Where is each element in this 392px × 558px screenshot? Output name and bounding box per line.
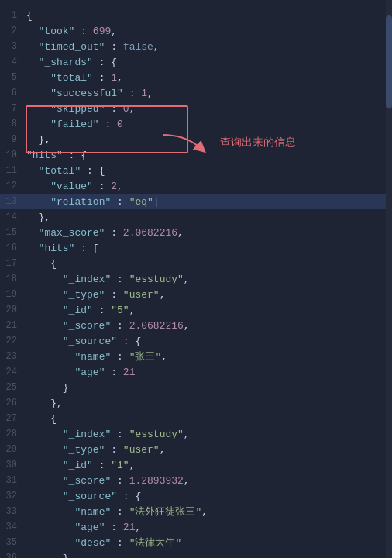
line-content: "value" : 2, <box>23 181 392 192</box>
line-number: 2 <box>0 26 23 36</box>
line-content: "_index" : "esstudy", <box>23 429 392 440</box>
line-content: "_type" : "user", <box>23 444 392 456</box>
annotation-text: 查询出来的信息 <box>220 136 296 150</box>
line-number: 7 <box>0 103 23 114</box>
line: 35 "desc" : "法律大牛" <box>0 535 392 550</box>
line-number: 8 <box>0 119 23 129</box>
line: 6 "successful" : 1, <box>0 85 392 101</box>
line: 31 "_score" : 1.2893932, <box>0 473 392 488</box>
line-content: "total" : 1, <box>23 72 392 84</box>
line-number: 9 <box>0 134 23 145</box>
line-number: 17 <box>0 258 23 269</box>
line-content: "age" : 21, <box>23 522 392 533</box>
line: 15 "max_score" : 2.0682216, <box>0 225 392 240</box>
line-content: "_id" : "1", <box>23 460 392 471</box>
line-number: 35 <box>0 537 23 548</box>
annotation-arrow <box>155 127 217 158</box>
line-content: "took" : 699, <box>23 26 392 37</box>
line-content: "_score" : 2.0682216, <box>23 320 392 332</box>
line-content: "successful" : 1, <box>23 88 392 99</box>
line: 23 "name" : "张三", <box>0 349 392 364</box>
line: 12 "value" : 2, <box>0 178 392 194</box>
line: 4 "_shards" : { <box>0 54 392 70</box>
line: 32 "_source" : { <box>0 488 392 504</box>
scrollbar-thumb[interactable] <box>386 16 392 108</box>
line-number: 28 <box>0 429 23 439</box>
line-number: 4 <box>0 57 23 67</box>
line: 17 { <box>0 256 392 271</box>
line: 34 "age" : 21, <box>0 519 392 535</box>
line-number: 22 <box>0 336 23 346</box>
line: 2 "took" : 699, <box>0 23 392 39</box>
line-content: "hits" : [ <box>23 243 392 254</box>
line: 13 "relation" : "eq"| <box>0 194 392 209</box>
line-content: "_source" : { <box>23 491 392 502</box>
line: 20 "_id" : "5", <box>0 302 392 318</box>
line-content: "_source" : { <box>23 336 392 347</box>
line: 33 "name" : "法外狂徒张三", <box>0 504 392 519</box>
line: 19 "_type" : "user", <box>0 287 392 302</box>
line-number: 30 <box>0 460 23 470</box>
line: 29 "_type" : "user", <box>0 442 392 457</box>
line-content: "_index" : "esstudy", <box>23 274 392 285</box>
line-number: 34 <box>0 522 23 532</box>
line-content: "_score" : 1.2893932, <box>23 475 392 487</box>
line: 5 "total" : 1, <box>0 70 392 85</box>
line-number: 33 <box>0 506 23 517</box>
line-content: "_shards" : { <box>23 57 392 68</box>
line-content: "max_score" : 2.0682216, <box>23 227 392 239</box>
line-content: { <box>23 10 392 22</box>
line: 28 "_index" : "esstudy", <box>0 426 392 442</box>
line: 24 "age" : 21 <box>0 364 392 380</box>
line-number: 26 <box>0 398 23 408</box>
line-number: 14 <box>0 212 23 222</box>
line-number: 31 <box>0 475 23 486</box>
scrollbar[interactable] <box>386 0 392 558</box>
line-content: } <box>23 382 392 394</box>
line-number: 15 <box>0 227 23 238</box>
line: 22 "_source" : { <box>0 333 392 349</box>
line-number: 29 <box>0 444 23 455</box>
line-number: 12 <box>0 181 23 191</box>
line-number: 23 <box>0 351 23 362</box>
line-content: "_type" : "user", <box>23 289 392 301</box>
line: 30 "_id" : "1", <box>0 457 392 473</box>
line-content: } <box>23 553 392 559</box>
code-editor: 1{2 "took" : 699,3 "timed_out" : false,4… <box>0 0 392 558</box>
line-content: }, <box>23 212 392 223</box>
line-number: 27 <box>0 413 23 424</box>
line-content: "relation" : "eq"| <box>23 196 392 208</box>
line-content: "skipped" : 0, <box>23 103 392 115</box>
line: 11 "total" : { <box>0 163 392 178</box>
line-number: 6 <box>0 88 23 98</box>
line: 21 "_score" : 2.0682216, <box>0 318 392 333</box>
line-number: 11 <box>0 165 23 176</box>
line: 3 "timed_out" : false, <box>0 39 392 54</box>
line-number: 24 <box>0 367 23 377</box>
line: 14 }, <box>0 209 392 225</box>
line-number: 16 <box>0 243 23 253</box>
line-content: "total" : { <box>23 165 392 177</box>
line-content: "_id" : "5", <box>23 305 392 316</box>
line-content: "desc" : "法律大牛" <box>23 536 392 549</box>
line-number: 20 <box>0 305 23 315</box>
line-number: 18 <box>0 274 23 284</box>
line-number: 10 <box>0 150 23 160</box>
line-number: 19 <box>0 289 23 300</box>
line-number: 13 <box>0 196 23 207</box>
line-content: "timed_out" : false, <box>23 41 392 53</box>
line-number: 3 <box>0 41 23 52</box>
line-number: 21 <box>0 320 23 331</box>
line-number: 5 <box>0 72 23 83</box>
line: 18 "_index" : "esstudy", <box>0 271 392 287</box>
line: 16 "hits" : [ <box>0 240 392 256</box>
line: 25 } <box>0 380 392 395</box>
line: 36 } <box>0 550 392 558</box>
line: 7 "skipped" : 0, <box>0 101 392 116</box>
line-number: 25 <box>0 382 23 393</box>
annotation-container: 查询出来的信息 <box>155 127 296 158</box>
line-content: "age" : 21 <box>23 367 392 378</box>
line-number: 36 <box>0 553 23 558</box>
line-content: { <box>23 258 392 270</box>
line-number: 32 <box>0 491 23 501</box>
